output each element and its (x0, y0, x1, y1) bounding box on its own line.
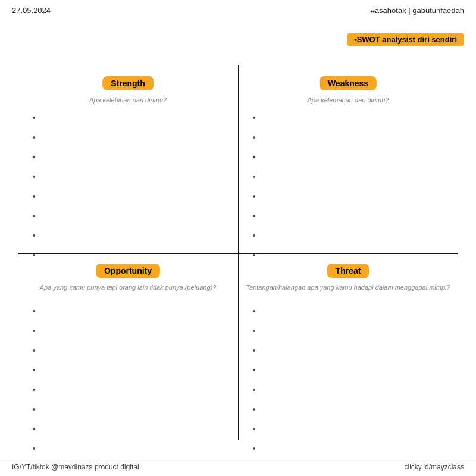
weakness-label: Weakness (320, 76, 377, 90)
quadrant-opportunity: Opportunity Apa yang kamu punya tapi ora… (18, 253, 238, 440)
threat-subtitle: Tantangan/halangan apa yang kamu hadapi … (238, 284, 458, 291)
threat-label: Threat (327, 264, 369, 278)
bottom-left-label: IG/YT/tiktok @maydinazs product digital (12, 463, 139, 471)
weakness-bullets (250, 113, 262, 270)
swot-area: Strength Apa kelebihan dari dirimu? Weak… (18, 65, 458, 440)
quadrant-weakness: Weakness Apa kelemahan dari dirimu? (238, 65, 458, 253)
bottom-bar: IG/YT/tiktok @maydinazs product digital … (0, 458, 476, 476)
quadrant-threat: Threat Tantangan/halangan apa yang kamu … (238, 253, 458, 440)
strength-subtitle: Apa kelebihan dari dirimu? (18, 96, 238, 104)
opportunity-label: Opportunity (96, 264, 160, 278)
strength-label: Strength (102, 76, 154, 90)
brand-tag: •SWOT analysist diri sendiri (347, 33, 464, 46)
weakness-subtitle: Apa kelemahan dari dirimu? (238, 96, 458, 104)
threat-bullets (250, 306, 262, 464)
top-bar: 27.05.2024 #asahotak | gabutunfaedah (0, 0, 476, 21)
hashtag-label: #asahotak | gabutunfaedah (371, 6, 464, 15)
date-label: 27.05.2024 (12, 6, 51, 15)
opportunity-bullets (30, 306, 42, 464)
bottom-right-label: clicky.id/mayzclass (405, 463, 464, 471)
opportunity-subtitle: Apa yang kamu punya tapi orang lain tida… (18, 284, 238, 291)
quadrant-strength: Strength Apa kelebihan dari dirimu? (18, 65, 238, 253)
strength-bullets (30, 113, 42, 270)
